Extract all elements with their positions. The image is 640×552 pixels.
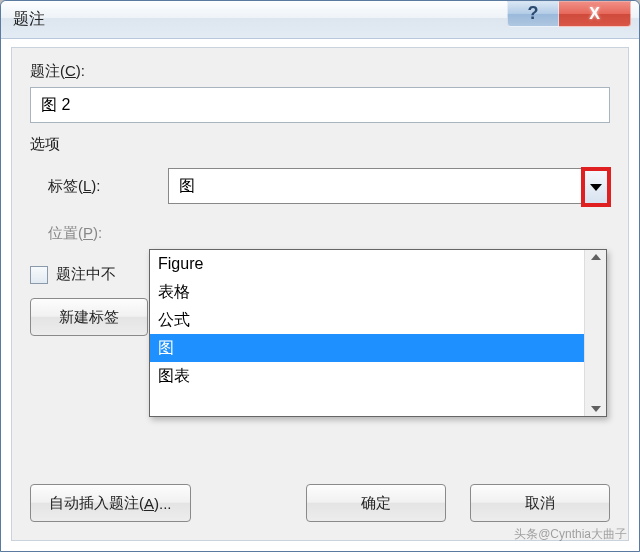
chevron-up-icon xyxy=(591,254,601,260)
titlebar[interactable]: 题注 ? X xyxy=(1,1,639,39)
position-field-suffix: ): xyxy=(93,224,102,241)
label-dropdown-list: Figure表格公式图图表 xyxy=(150,250,584,416)
caption-value: 图 2 xyxy=(41,95,70,116)
label-dropdown-panel: Figure表格公式图图表 xyxy=(149,249,607,417)
chevron-down-icon xyxy=(591,406,601,412)
auto-hotkey: A xyxy=(144,495,154,512)
caption-label-prefix: 题注( xyxy=(30,62,65,79)
auto-insert-button[interactable]: 自动插入题注(A)... xyxy=(30,484,191,522)
label-field-prefix: 标签( xyxy=(48,177,83,194)
chevron-down-icon xyxy=(590,184,602,191)
position-field-prefix: 位置( xyxy=(48,224,83,241)
dropdown-item[interactable]: Figure xyxy=(150,250,584,278)
titlebar-buttons: ? X xyxy=(507,1,631,31)
help-button[interactable]: ? xyxy=(507,1,559,27)
footer-buttons: 自动插入题注(A)... 确定 取消 xyxy=(30,484,610,522)
dialog-title: 题注 xyxy=(13,9,507,30)
label-combobox-value: 图 xyxy=(169,176,609,197)
caption-label: 题注(C): xyxy=(30,62,610,81)
label-combobox-arrow[interactable] xyxy=(581,167,611,207)
dropdown-item[interactable]: 图 xyxy=(150,334,584,362)
position-field-label: 位置(P): xyxy=(48,224,168,243)
dropdown-item[interactable]: 公式 xyxy=(150,306,584,334)
auto-suffix: )... xyxy=(154,495,172,512)
exclude-label-text: 题注中不 xyxy=(56,265,116,284)
exclude-label-checkbox[interactable] xyxy=(30,266,48,284)
auto-prefix: 自动插入题注( xyxy=(49,494,144,513)
cancel-button[interactable]: 取消 xyxy=(470,484,610,522)
caption-input[interactable]: 图 2 xyxy=(30,87,610,123)
spacer xyxy=(215,484,282,522)
ok-button[interactable]: 确定 xyxy=(306,484,446,522)
close-button[interactable]: X xyxy=(559,1,631,27)
caption-label-suffix: ): xyxy=(76,62,85,79)
dropdown-item[interactable]: 表格 xyxy=(150,278,584,306)
dropdown-item[interactable]: 图表 xyxy=(150,362,584,390)
label-field-label: 标签(L): xyxy=(48,177,168,196)
options-group: 标签(L): 图 位置(P): xyxy=(48,168,610,243)
label-field-suffix: ): xyxy=(91,177,100,194)
dropdown-scrollbar[interactable] xyxy=(584,250,606,416)
caption-dialog: 题注 ? X 题注(C): 图 2 选项 标签(L): 图 位置(P): xyxy=(0,0,640,552)
watermark: 头条@Cynthia大曲子 xyxy=(514,526,627,543)
new-label-button[interactable]: 新建标签 xyxy=(30,298,148,336)
label-combobox[interactable]: 图 xyxy=(168,168,610,204)
position-field-hotkey: P xyxy=(83,224,93,241)
caption-label-hotkey: C xyxy=(65,62,76,79)
options-heading: 选项 xyxy=(30,135,610,154)
